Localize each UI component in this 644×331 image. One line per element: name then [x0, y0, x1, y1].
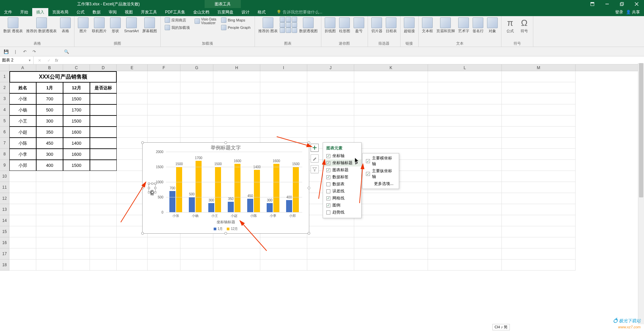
cell[interactable] [148, 248, 180, 259]
cell[interactable] [502, 115, 576, 127]
column-header[interactable]: C [63, 64, 90, 71]
cell[interactable] [90, 182, 117, 193]
cell[interactable] [307, 93, 354, 104]
column-header[interactable]: J [307, 64, 354, 71]
cell[interactable] [9, 237, 36, 248]
tell-me-search[interactable]: 💡 告诉我您想要做什么... [276, 8, 322, 16]
cell[interactable] [502, 237, 576, 248]
checkbox-icon[interactable] [326, 182, 330, 186]
submenu-option[interactable]: ✓主要纵坐标轴 [363, 168, 399, 180]
cell[interactable] [502, 104, 576, 115]
cell[interactable] [117, 115, 148, 127]
bar-group[interactable]: 4001500 [286, 167, 299, 212]
wordart-button[interactable]: 艺术字 [457, 17, 471, 34]
cell[interactable] [354, 115, 428, 127]
table-button[interactable]: 表格 [59, 17, 72, 34]
row-header[interactable]: 3 [0, 93, 9, 104]
checkbox-icon[interactable]: ✓ [326, 154, 330, 158]
cell[interactable] [502, 149, 576, 160]
bar-group[interactable]: 5001700 [189, 161, 202, 212]
name-box[interactable]: 图表 2 ▼ [0, 56, 34, 64]
bar-chart-icon[interactable] [280, 22, 285, 28]
my-addins-button[interactable]: 我的加载项 [163, 24, 192, 31]
resize-handle[interactable] [224, 232, 227, 235]
tab-view[interactable]: 视图 [121, 8, 137, 16]
store-button[interactable]: 应用商店 [163, 17, 192, 23]
signature-button[interactable]: 签名行 [471, 17, 485, 34]
checkbox-icon[interactable]: ✓ [366, 159, 370, 163]
cell[interactable] [9, 193, 36, 204]
chart-title[interactable]: 举例标题文字 [143, 143, 309, 152]
save-button[interactable]: 💾 [3, 48, 9, 55]
cell[interactable] [213, 259, 260, 271]
pivot-chart-button[interactable]: 数据透视图 [298, 17, 319, 34]
cell[interactable] [213, 237, 260, 248]
column-header[interactable]: K [354, 64, 428, 71]
bar[interactable]: 300 [267, 203, 273, 212]
slicer-button[interactable]: 切片器 [370, 17, 384, 34]
select-all-corner[interactable] [0, 64, 9, 71]
cell[interactable] [428, 193, 502, 204]
cell[interactable] [180, 127, 213, 138]
chart-styles-button[interactable] [311, 154, 319, 162]
cell[interactable] [502, 138, 576, 149]
row-header[interactable]: 15 [0, 226, 9, 237]
cell[interactable] [63, 259, 90, 271]
scatter-chart-icon[interactable] [292, 22, 297, 28]
submenu-option[interactable]: ✓主要横坐标轴 [363, 155, 399, 168]
cell[interactable] [354, 71, 428, 82]
cell[interactable] [36, 204, 63, 215]
cell[interactable] [307, 237, 354, 248]
cell[interactable] [180, 71, 213, 82]
cell[interactable] [90, 259, 117, 271]
pivot-table-button[interactable]: 数据 透视表 [2, 17, 24, 34]
people-graph-button[interactable]: People Graph [219, 24, 253, 31]
cell[interactable] [428, 149, 502, 160]
cell[interactable] [354, 93, 428, 104]
cell[interactable] [148, 115, 180, 127]
cell[interactable] [63, 237, 90, 248]
bar[interactable]: 1400 [254, 170, 260, 212]
column-header[interactable]: H [213, 64, 260, 71]
row-header[interactable]: 17 [0, 248, 9, 259]
cell[interactable] [354, 237, 428, 248]
tab-page-layout[interactable]: 页面布局 [48, 8, 72, 16]
bing-maps-button[interactable]: Bing Maps [219, 17, 253, 23]
cell[interactable] [354, 138, 428, 149]
row-header[interactable]: 5 [0, 115, 9, 127]
cell[interactable] [428, 82, 502, 93]
chart-element-option[interactable]: 趋势线 [323, 209, 361, 216]
cell[interactable] [148, 104, 180, 115]
cell[interactable] [180, 248, 213, 259]
resize-handle[interactable] [224, 141, 227, 144]
cell[interactable] [502, 215, 576, 226]
cell[interactable] [90, 226, 117, 237]
row-header[interactable]: 4 [0, 104, 9, 115]
cell[interactable] [180, 115, 213, 127]
cell[interactable] [36, 193, 63, 204]
line-chart-icon[interactable] [286, 17, 291, 22]
chart-elements-button[interactable] [311, 144, 319, 152]
cell[interactable] [90, 215, 117, 226]
cell[interactable] [117, 248, 148, 259]
cell[interactable] [307, 127, 354, 138]
cell[interactable] [428, 259, 502, 271]
bar[interactable]: 300 [208, 203, 214, 212]
bar[interactable]: 500 [189, 197, 195, 212]
area-chart-icon[interactable] [286, 22, 291, 28]
cell[interactable] [307, 104, 354, 115]
cell[interactable] [260, 115, 307, 127]
checkbox-icon[interactable]: ✓ [326, 168, 330, 172]
tab-developer[interactable]: 开发工具 [137, 8, 161, 16]
column-header[interactable]: L [428, 64, 502, 71]
cell[interactable] [354, 104, 428, 115]
cell[interactable] [63, 215, 90, 226]
cell[interactable] [354, 215, 428, 226]
resize-handle[interactable] [308, 232, 310, 235]
cell[interactable] [36, 182, 63, 193]
cell[interactable] [90, 171, 117, 182]
sparkline-line-button[interactable]: 折线图 [323, 17, 337, 34]
tab-file[interactable]: 文件 [0, 8, 16, 16]
cell[interactable] [180, 93, 213, 104]
cell[interactable] [9, 171, 36, 182]
